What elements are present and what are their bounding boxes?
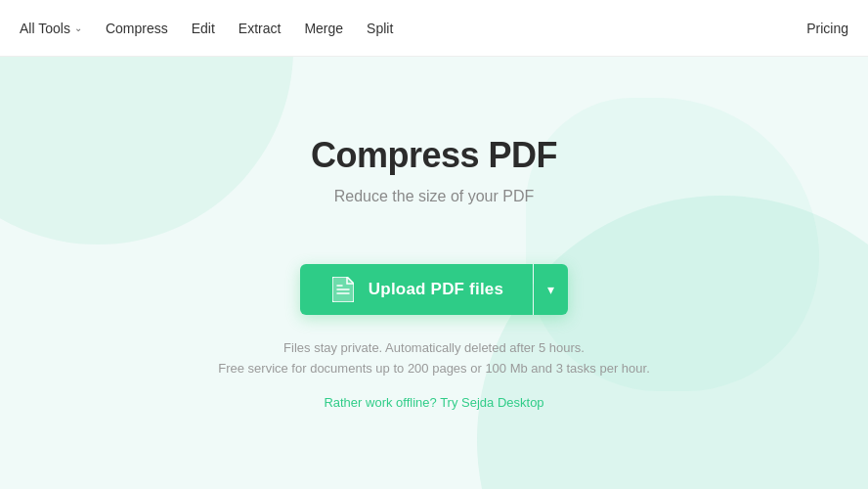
- upload-button-container: Upload PDF files ▾: [300, 264, 568, 315]
- page-subtitle: Reduce the size of your PDF: [334, 188, 535, 205]
- nav-extract[interactable]: Extract: [239, 21, 282, 36]
- info-text-block: Files stay private. Automatically delete…: [218, 338, 650, 379]
- upload-dropdown-button[interactable]: ▾: [534, 264, 568, 315]
- upload-button-label: Upload PDF files: [369, 280, 503, 299]
- nav-edit[interactable]: Edit: [192, 21, 215, 36]
- navbar: All Tools ⌄ Compress Edit Extract Merge …: [0, 0, 868, 57]
- nav-compress[interactable]: Compress: [106, 21, 168, 36]
- info-line-2: Free service for documents up to 200 pag…: [218, 359, 650, 379]
- nav-merge[interactable]: Merge: [304, 21, 343, 36]
- nav-split[interactable]: Split: [367, 21, 393, 36]
- main-content: Compress PDF Reduce the size of your PDF…: [0, 57, 868, 410]
- page-title: Compress PDF: [311, 135, 557, 176]
- info-line-1: Files stay private. Automatically delete…: [218, 338, 650, 359]
- pdf-file-icon: [329, 276, 357, 303]
- offline-link[interactable]: Rather work offline? Try Sejda Desktop: [324, 395, 543, 410]
- chevron-down-icon: ⌄: [74, 22, 82, 33]
- nav-all-tools[interactable]: All Tools ⌄: [20, 21, 82, 36]
- upload-pdf-button[interactable]: Upload PDF files: [300, 264, 533, 315]
- dropdown-arrow-icon: ▾: [547, 282, 554, 297]
- nav-right: Pricing: [806, 21, 848, 36]
- nav-pricing[interactable]: Pricing: [806, 21, 848, 36]
- nav-left: All Tools ⌄ Compress Edit Extract Merge …: [20, 21, 393, 36]
